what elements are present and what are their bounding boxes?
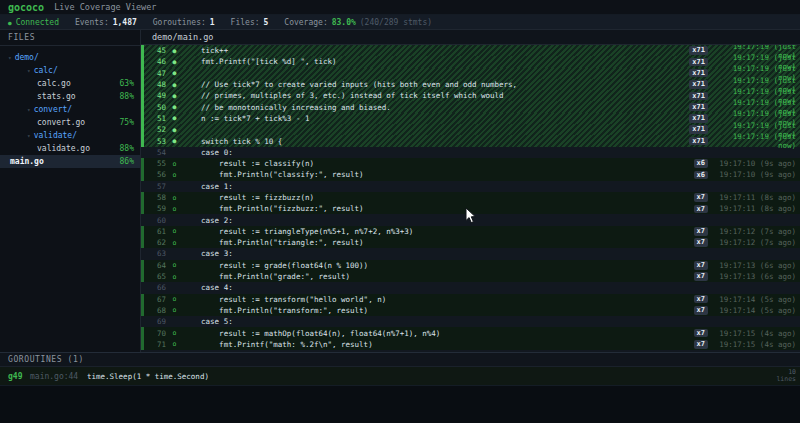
sidebar-item-calc[interactable]: ▾ calc/ — [0, 64, 140, 77]
line-number: 63 — [144, 249, 166, 258]
hit-count-badge: x71 — [689, 92, 708, 101]
hit-count-badge: x7 — [694, 205, 708, 214]
events-stat: Events: 1,487 — [75, 18, 137, 27]
coverage-marker-icon: ● — [166, 103, 183, 111]
file-coverage-percent: 88% — [120, 144, 140, 153]
file-label: calc.go — [37, 79, 71, 88]
code-text: n := tick*7 + tick%3 - 1 — [183, 114, 689, 123]
sidebar-item-convert[interactable]: ▾ convert/ — [0, 103, 140, 116]
hit-count-badge: x71 — [689, 125, 708, 134]
sidebar-item-stats.go[interactable]: stats.go 88% — [0, 90, 140, 103]
last-hit-time: 19:17:10 (9s ago) — [712, 159, 800, 168]
hit-count-badge: x7 — [694, 329, 708, 338]
last-hit-time: 19:17:15 (4s ago) — [712, 340, 800, 349]
coverage-marker-icon: o — [166, 160, 183, 168]
goroutine-meta: 10lines — [776, 369, 800, 383]
line-number: 56 — [144, 170, 166, 179]
goroutine-call: time.Sleep(1 * time.Second) — [87, 372, 209, 381]
hit-count-badge: x71 — [689, 58, 708, 67]
code-text: tick++ — [183, 46, 689, 55]
coverage-marker-icon: o — [166, 329, 183, 337]
last-hit-time: 19:17:12 (7s ago) — [712, 238, 800, 247]
goroutine-location: main.go:44 — [30, 372, 87, 381]
coverage-marker-icon: ● — [166, 81, 183, 89]
file-coverage-percent: 86% — [120, 157, 140, 166]
hit-count-badge: x7 — [694, 261, 708, 270]
line-number: 65 — [144, 272, 166, 281]
line-number: 46 — [144, 57, 166, 66]
code-text: fmt.Println("classify:", result) — [183, 170, 694, 179]
file-label: main.go — [10, 157, 44, 166]
code-text: result := triangleType(n%5+1, n%7+2, n%3… — [183, 227, 694, 236]
hit-count-badge: x71 — [689, 69, 708, 78]
sidebar-item-calc.go[interactable]: calc.go 63% — [0, 77, 140, 90]
app-logo: gococo — [8, 2, 44, 13]
hit-count-badge: x6 — [694, 159, 708, 168]
sidebar-item-convert.go[interactable]: convert.go 75% — [0, 116, 140, 129]
line-number: 55 — [144, 159, 166, 168]
code-line: 50 ● // be monotonically increasing and … — [141, 101, 800, 112]
code-text: result := classify(n) — [183, 159, 694, 168]
coverage-marker-icon: ● — [166, 69, 183, 77]
files-sidebar: FILES ▾ demo/ ▾ calc/ calc.go 63% stats.… — [0, 30, 141, 352]
chevron-down-icon: ▾ — [8, 54, 12, 61]
files-stat: Files: 5 — [231, 18, 269, 27]
goroutine-row[interactable]: g49 main.go:44 time.Sleep(1 * time.Secon… — [0, 367, 800, 386]
code-line: 49 ● // primes, multiples of 3, etc.) in… — [141, 90, 800, 101]
code-line: 53 ● switch tick % 10 { x71 19:17:19 (ju… — [141, 135, 800, 146]
file-label: validate/ — [34, 131, 77, 140]
last-hit-time: 19:17:11 (8s ago) — [712, 193, 800, 202]
code-line: 59 o fmt.Println("fizzbuzz:", result) x7… — [141, 203, 800, 214]
code-text: fmt.Println("fizzbuzz:", result) — [183, 204, 694, 213]
hit-count-badge: x7 — [694, 340, 708, 349]
sidebar-item-validate.go[interactable]: validate.go 88% — [0, 142, 140, 155]
code-line: 68 o fmt.Println("transform:", result) x… — [141, 305, 800, 316]
file-coverage-percent: 88% — [120, 92, 140, 101]
code-line: 45 ● tick++ x71 19:17:19 (just now) — [141, 45, 800, 56]
files-panel-header: FILES — [0, 30, 140, 46]
line-number: 54 — [144, 148, 166, 157]
last-hit-time: 19:17:11 (8s ago) — [712, 204, 800, 213]
code-line: 48 ● // Use tick*7 to create varied inpu… — [141, 79, 800, 90]
code-line: 62 o fmt.Println("triangle:", result) x7… — [141, 237, 800, 248]
chevron-down-icon: ▾ — [27, 106, 31, 113]
code-line: 51 ● n := tick*7 + tick%3 - 1 x71 19:17:… — [141, 113, 800, 124]
coverage-marker-icon: ● — [166, 126, 183, 134]
open-file-tab[interactable]: demo/main.go — [141, 30, 800, 45]
last-hit-time: 19:17:12 (7s ago) — [712, 227, 800, 236]
code-line: 65 o fmt.Println("grade:", result) x7 19… — [141, 271, 800, 282]
coverage-value: 83.0% — [332, 18, 356, 27]
file-label: calc/ — [34, 66, 58, 75]
hit-count-badge: x6 — [694, 171, 708, 180]
file-label: validate.go — [37, 144, 90, 153]
hit-count-badge: x7 — [694, 227, 708, 236]
line-number: 59 — [144, 204, 166, 213]
sidebar-item-main.go[interactable]: main.go 86% — [0, 155, 140, 168]
code-line: 67 o result := transform("hello world", … — [141, 294, 800, 305]
last-hit-time: 19:17:19 (just now) — [712, 132, 800, 150]
code-line: 54 case 0: — [141, 147, 800, 158]
file-coverage-percent: 63% — [120, 79, 140, 88]
code-text: result := fizzbuzz(n) — [183, 193, 694, 202]
sidebar-item-demo[interactable]: ▾ demo/ — [0, 51, 140, 64]
coverage-marker-icon: ● — [166, 114, 183, 122]
line-number: 69 — [144, 317, 166, 326]
line-number: 61 — [144, 227, 166, 236]
code-text: case 4: — [183, 283, 712, 292]
code-text: fmt.Printf("[tick %d] ", tick) — [183, 57, 689, 66]
code-line: 66 case 4: — [141, 282, 800, 293]
code-line: 47 ● x71 19:17:19 (just now) — [141, 68, 800, 79]
hit-count-badge: x71 — [689, 46, 708, 55]
code-panel: demo/main.go 45 ● tick++ x71 19:17:19 (j… — [141, 30, 800, 352]
line-number: 68 — [144, 306, 166, 315]
app-subtitle: Live Coverage Viewer — [54, 2, 156, 12]
line-number: 66 — [144, 283, 166, 292]
code-line: 63 case 3: — [141, 248, 800, 259]
line-number: 60 — [144, 216, 166, 225]
code-text: case 0: — [183, 148, 712, 157]
file-label: stats.go — [37, 92, 76, 101]
sidebar-item-validate[interactable]: ▾ validate/ — [0, 129, 140, 142]
hit-count-badge: x7 — [694, 295, 708, 304]
hit-count-badge: x71 — [689, 80, 708, 89]
code-text: result := transform("hello world", n) — [183, 295, 694, 304]
